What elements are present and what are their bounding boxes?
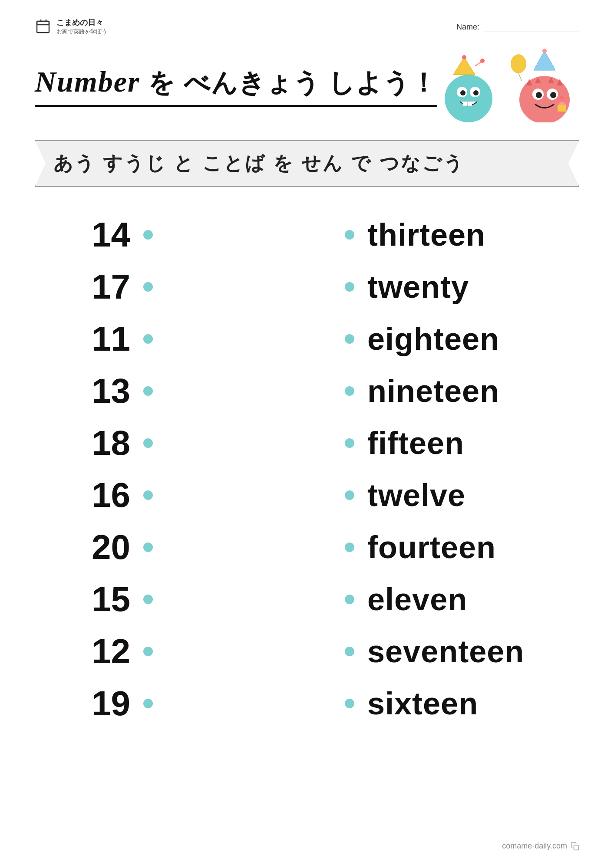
right-side: twelve xyxy=(345,477,553,513)
left-side: 18 xyxy=(61,423,182,463)
dot-right xyxy=(345,490,354,500)
right-side: fourteen xyxy=(345,529,553,565)
left-side: 15 xyxy=(61,579,182,619)
svg-rect-1 xyxy=(37,21,49,25)
svg-marker-15 xyxy=(534,51,555,70)
svg-point-11 xyxy=(460,90,465,95)
number-label: 13 xyxy=(61,371,130,411)
footer-text: comame-daily.com xyxy=(502,842,567,851)
matching-area: 14 thirteen 17 twenty 11 e xyxy=(35,209,579,730)
left-side: 11 xyxy=(61,319,182,359)
dot-left xyxy=(143,230,153,240)
svg-point-27 xyxy=(550,92,556,98)
logo-title: こまめの日々 xyxy=(56,17,107,28)
dot-right xyxy=(345,386,354,396)
svg-rect-28 xyxy=(558,105,566,112)
word-label: twelve xyxy=(367,477,465,513)
word-label: eighteen xyxy=(367,321,499,357)
monsters-area xyxy=(440,49,571,122)
main-title: Number を べんきょう しよう！ xyxy=(35,64,437,107)
dot-left xyxy=(143,595,153,604)
right-side: twenty xyxy=(345,269,553,305)
matching-row: 15 eleven xyxy=(61,573,553,625)
dot-left xyxy=(143,542,153,552)
left-side: 13 xyxy=(61,371,182,411)
left-side: 20 xyxy=(61,527,182,567)
svg-line-6 xyxy=(475,62,482,66)
matching-row: 17 twenty xyxy=(61,261,553,313)
matching-row: 20 fourteen xyxy=(61,521,553,573)
dot-left xyxy=(143,386,153,396)
word-label: fourteen xyxy=(367,529,496,565)
matching-row: 13 nineteen xyxy=(61,365,553,417)
dot-left xyxy=(143,490,153,500)
dot-right xyxy=(345,595,354,604)
monster-blue-icon xyxy=(440,53,501,122)
word-label: twenty xyxy=(367,269,469,305)
left-side: 14 xyxy=(61,215,182,255)
number-label: 20 xyxy=(61,527,130,567)
dot-left xyxy=(143,334,153,344)
svg-marker-4 xyxy=(453,57,475,75)
svg-point-26 xyxy=(536,92,542,98)
matching-row: 14 thirteen xyxy=(61,209,553,261)
dot-left xyxy=(143,438,153,448)
dot-right xyxy=(345,334,354,344)
banner: あう すうじ と ことば を せん で つなごう xyxy=(35,140,579,187)
dot-left xyxy=(143,647,153,656)
svg-point-17 xyxy=(511,54,526,73)
left-side: 12 xyxy=(61,631,182,671)
name-field: Name: xyxy=(456,22,579,32)
footer: comame-daily.com xyxy=(502,842,579,851)
number-label: 17 xyxy=(61,267,130,307)
left-side: 17 xyxy=(61,267,182,307)
word-label: eleven xyxy=(367,582,467,617)
page: こまめの日々 お家で英語を学ぼう Name: Number を べんきょう しよ… xyxy=(0,0,614,868)
svg-rect-13 xyxy=(463,102,467,106)
dot-left xyxy=(143,699,153,708)
svg-point-16 xyxy=(542,49,547,53)
header: こまめの日々 お家で英語を学ぼう Name: xyxy=(35,17,579,36)
monster-pink-icon xyxy=(505,49,571,122)
svg-point-5 xyxy=(462,55,466,59)
svg-rect-14 xyxy=(468,102,472,106)
copy-icon xyxy=(571,842,579,851)
right-side: fifteen xyxy=(345,425,553,461)
word-label: sixteen xyxy=(367,686,478,721)
name-label: Name: xyxy=(456,23,479,32)
svg-point-29 xyxy=(560,96,564,99)
dot-left xyxy=(143,282,153,292)
svg-point-12 xyxy=(473,90,479,95)
number-label: 11 xyxy=(61,319,130,359)
title-section: Number を べんきょう しよう！ xyxy=(35,49,579,122)
number-label: 12 xyxy=(61,631,130,671)
matching-row: 11 eighteen xyxy=(61,313,553,365)
right-side: eighteen xyxy=(345,321,553,357)
dot-right xyxy=(345,647,354,656)
word-label: thirteen xyxy=(367,217,485,253)
right-side: thirteen xyxy=(345,217,553,253)
svg-point-7 xyxy=(480,59,485,63)
logo-subtitle: お家で英語を学ぼう xyxy=(56,28,107,36)
name-line[interactable] xyxy=(484,22,579,32)
svg-rect-0 xyxy=(37,21,49,33)
logo-icon xyxy=(35,18,52,35)
dot-right xyxy=(345,282,354,292)
word-label: nineteen xyxy=(367,373,499,409)
banner-text: あう すうじ と ことば を せん で つなごう xyxy=(53,152,465,174)
svg-line-18 xyxy=(518,73,522,81)
number-label: 19 xyxy=(61,684,130,723)
number-label: 14 xyxy=(61,215,130,255)
number-label: 16 xyxy=(61,475,130,515)
svg-rect-30 xyxy=(574,845,579,850)
svg-point-8 xyxy=(445,75,492,122)
dot-right xyxy=(345,438,354,448)
right-side: nineteen xyxy=(345,373,553,409)
word-label: fifteen xyxy=(367,425,464,461)
logo-text: こまめの日々 お家で英語を学ぼう xyxy=(56,17,107,36)
right-side: seventeen xyxy=(345,634,553,669)
dot-right xyxy=(345,230,354,240)
title-text-area: Number を べんきょう しよう！ xyxy=(35,64,440,107)
right-side: eleven xyxy=(345,582,553,617)
dot-right xyxy=(345,542,354,552)
